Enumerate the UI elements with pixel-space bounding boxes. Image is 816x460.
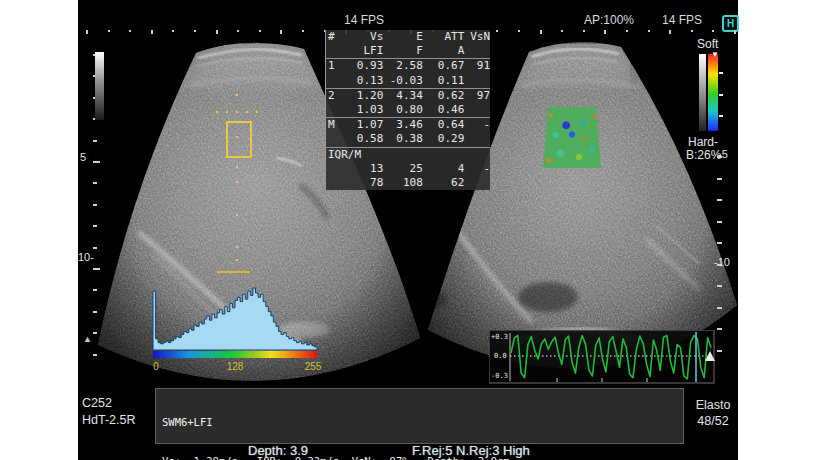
ruler-tick [540, 30, 542, 34]
table-row: M1.073.460.64- [326, 117, 490, 132]
histogram-chart: 0 128 255 [150, 280, 322, 376]
frame-rate-left: 14 FPS [344, 13, 384, 27]
ruler-tick [93, 289, 97, 291]
table-row: 1.030.800.46 [326, 103, 490, 117]
probe-model: C252 [82, 396, 112, 410]
ruler-tick [583, 30, 585, 32]
table-cell: -0.03 [383, 74, 423, 88]
elasto-scale-soft-label: Soft [697, 37, 718, 51]
acoustic-power: AP:100% [584, 13, 634, 27]
depth-label-5: 5 [80, 151, 86, 163]
ruler-tick [717, 199, 722, 201]
table-cell: 0.46 [423, 103, 464, 117]
table-cell: 91 [464, 59, 490, 73]
measurement-roi-box[interactable] [226, 121, 252, 158]
guide-dot [236, 111, 238, 113]
ruler-tick [669, 30, 671, 34]
table-cell: 1.07 [344, 118, 384, 132]
table-cell: M [326, 118, 344, 132]
ruler-tick [93, 268, 100, 270]
harmonic-badge: H [722, 15, 739, 32]
table-row: 0.580.380.29 [326, 132, 490, 146]
shear-wave-results-table: #VsEATTVsNLFIFA10.932.580.67910.13-0.030… [325, 30, 490, 190]
table-section-label: IQR/M [326, 148, 361, 162]
ruler-tick [648, 30, 650, 32]
ruler-tick [194, 30, 196, 32]
guide-dot [236, 136, 238, 138]
measurement-title: SWM6+LFI [162, 416, 683, 429]
mode-name: Elasto [690, 398, 736, 412]
mode-gain: 48/52 [690, 414, 736, 428]
colorbar-tick [719, 115, 723, 117]
table-cell: 13 [344, 162, 384, 176]
ruler-tick [108, 30, 110, 32]
table-row: 21.204.340.6297 [326, 88, 490, 103]
table-cell: VsN [464, 30, 490, 44]
ruler-tick [691, 30, 693, 32]
ruler-tick [151, 30, 153, 34]
ruler-tick [93, 140, 97, 142]
elasto-roi[interactable] [543, 107, 601, 168]
ruler-tick [518, 30, 520, 32]
guide-dot [246, 111, 248, 113]
colorbar-tick [719, 94, 723, 96]
hist-label-0: 0 [153, 361, 159, 372]
table-cell: 62 [423, 176, 464, 190]
guide-dot [236, 214, 238, 216]
guide-dot [236, 166, 238, 168]
table-cell: # [326, 30, 344, 44]
guide-dot [236, 94, 238, 96]
table-cell [326, 103, 344, 117]
elasto-color-bar [708, 54, 718, 131]
ruler-tick [717, 242, 722, 244]
strain-waveform-panel: +0.3 0.0 -0.3 [489, 330, 715, 384]
ruler-tick [604, 30, 606, 34]
ruler-tick [302, 30, 304, 32]
hist-label-255: 255 [305, 361, 322, 372]
colorbar-tick [719, 72, 723, 74]
guide-dot [236, 246, 238, 248]
focus-marker-icon: ▲ [83, 334, 92, 344]
table-row: LFIFA [326, 44, 490, 58]
table-row: 0.13-0.030.11 [326, 74, 490, 88]
table-row: IQR/M [326, 147, 490, 162]
depth-caliper-line [217, 271, 250, 273]
table-cell: F [383, 44, 423, 58]
table-cell [326, 162, 344, 176]
ruler-tick [717, 178, 722, 180]
table-cell: E [383, 30, 423, 44]
table-cell: Vs [344, 30, 384, 44]
table-cell: 2 [326, 89, 344, 103]
table-row: 13254- [326, 162, 490, 176]
measurement-results-panel: SWM6+LFI Vs: 1.20m/s IQR: 0.22m/s VsN: 9… [155, 388, 684, 444]
ruler-tick [712, 30, 714, 32]
ruler-tick [86, 30, 88, 34]
frame-rate-right: 14 FPS [662, 13, 702, 27]
table-cell [464, 74, 490, 88]
table-cell: 0.11 [423, 74, 464, 88]
table-cell: 1.03 [344, 103, 384, 117]
ruler-tick [93, 311, 97, 313]
ruler-tick [129, 30, 131, 32]
table-cell [326, 74, 344, 88]
ruler-tick [626, 30, 628, 32]
table-cell: 1 [326, 59, 344, 73]
table-cell [464, 132, 490, 146]
table-cell [464, 103, 490, 117]
ruler-tick [172, 30, 174, 32]
elasto-scale-pointer-icon: ▼ [711, 50, 719, 59]
table-cell: ATT [423, 30, 464, 44]
table-cell: - [464, 162, 490, 176]
table-cell [326, 44, 344, 58]
ruler-tick [93, 354, 97, 356]
table-cell: 0.38 [383, 132, 423, 146]
elasto-blend-label: B:26% [686, 148, 721, 162]
table-row: 10.932.580.6791 [326, 58, 490, 73]
wave-ylabel-top: +0.3 [491, 333, 508, 341]
table-cell: 25 [383, 162, 423, 176]
ruler-tick [93, 332, 97, 334]
guide-dot [236, 181, 238, 183]
grayscale-bar-left [95, 52, 104, 120]
table-cell: 0.64 [423, 118, 464, 132]
table-cell: 4 [423, 162, 464, 176]
